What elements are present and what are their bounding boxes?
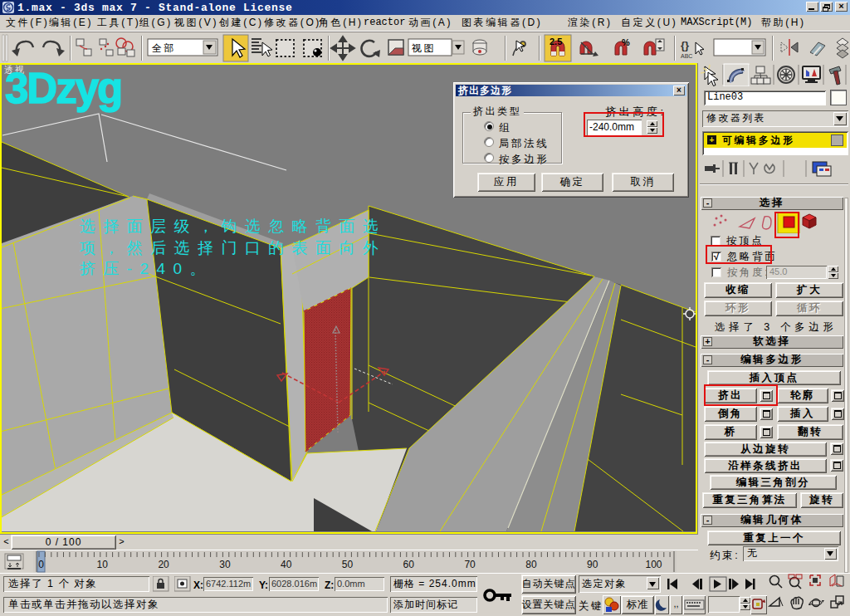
- svg-text:30: 30: [219, 559, 231, 570]
- svg-text:项，然后选择门口的表面向外: 项，然后选择门口的表面向外: [80, 239, 386, 257]
- svg-text:视图: 视图: [411, 42, 436, 54]
- svg-text:80: 80: [525, 559, 537, 570]
- svg-text:50: 50: [342, 559, 354, 570]
- svg-text:2.5: 2.5: [550, 37, 562, 46]
- svg-text:10: 10: [97, 559, 109, 570]
- svg-text:40: 40: [281, 559, 292, 570]
- svg-text:选择面层级，钩选忽略背面选: 选择面层级，钩选忽略背面选: [80, 218, 386, 235]
- svg-text:20: 20: [158, 559, 169, 570]
- svg-text:90: 90: [587, 559, 598, 570]
- svg-text:3Dzyg: 3Dzyg: [5, 65, 121, 112]
- svg-text:0: 0: [38, 559, 44, 570]
- svg-text:全部: 全部: [152, 42, 176, 54]
- svg-text:60: 60: [403, 559, 415, 570]
- svg-text:100: 100: [645, 559, 662, 570]
- svg-text:{}: {}: [681, 39, 689, 51]
- svg-text:ABC: ABC: [681, 53, 692, 59]
- svg-text:挤压-240。: 挤压-240。: [80, 260, 213, 277]
- svg-text:70: 70: [464, 559, 476, 570]
- svg-text:%: %: [622, 37, 630, 47]
